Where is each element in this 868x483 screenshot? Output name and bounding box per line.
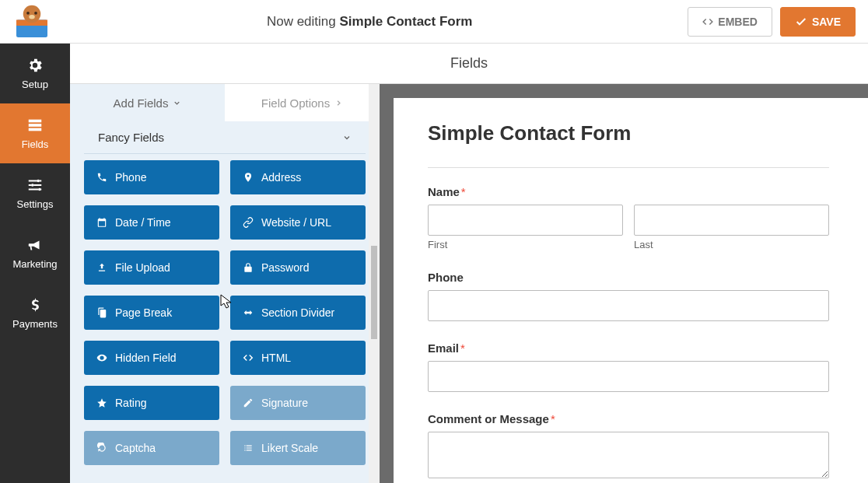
field-type-likert-scale[interactable]: Likert Scale [230,431,366,465]
top-bar: Now editing Simple Contact Form EMBED SA… [0,0,868,44]
logo [12,6,51,37]
field-type-rating[interactable]: Rating [84,386,219,420]
svg-point-4 [34,11,37,14]
fields-panel: Add Fields Field Options Fancy Fields Ph… [70,84,380,483]
embed-button[interactable]: EMBED [688,7,772,37]
form-preview: Simple Contact Form Name* First Last [380,84,868,483]
nav-setup[interactable]: Setup [0,44,70,103]
main: Fields Add Fields Field Options Fancy Fi… [70,44,868,483]
left-nav: Setup Fields Settings Marketing Payments [0,44,70,483]
field-type-file-upload[interactable]: File Upload [84,250,219,285]
field-name[interactable]: Name* First Last [428,185,829,250]
star-icon [96,397,107,408]
nav-payments[interactable]: Payments [0,283,70,343]
copy-icon [96,307,107,318]
panel-scrollbar[interactable] [369,84,380,483]
field-type-page-break[interactable]: Page Break [84,296,219,330]
calendar-icon [96,217,107,228]
svg-point-9 [37,180,40,183]
svg-rect-7 [29,124,42,127]
tab-add-fields[interactable]: Add Fields [70,84,225,121]
nav-marketing[interactable]: Marketing [0,223,70,283]
save-button[interactable]: SAVE [780,7,856,37]
input-comment[interactable] [428,432,829,478]
field-type-hidden-field[interactable]: Hidden Field [84,341,219,375]
list-icon [243,443,254,453]
field-type-section-divider[interactable]: Section Divider [230,296,366,330]
upload-icon [96,262,107,273]
svg-point-2 [23,5,41,23]
link-icon [243,217,254,228]
field-phone[interactable]: Phone [428,271,829,321]
tab-field-options[interactable]: Field Options [225,84,380,121]
svg-point-10 [31,184,34,187]
field-type-website-url[interactable]: Website / URL [230,205,366,240]
field-type-date-time[interactable]: Date / Time [84,205,219,240]
input-last-name[interactable] [634,205,829,236]
section-title: Fields [70,44,868,84]
svg-rect-8 [29,128,42,131]
nav-settings[interactable]: Settings [0,163,70,223]
nav-fields[interactable]: Fields [0,103,70,163]
field-comment[interactable]: Comment or Message* [428,412,829,481]
svg-point-5 [29,15,35,19]
field-type-captcha[interactable]: Captcha [84,431,219,465]
code-icon [243,352,254,363]
svg-point-11 [38,188,41,191]
svg-point-3 [26,11,30,14]
svg-rect-6 [29,120,42,123]
lock-icon [243,262,254,273]
field-type-address[interactable]: Address [230,160,366,194]
accordion-fancy-fields[interactable]: Fancy Fields [84,121,366,154]
field-email[interactable]: Email* [428,341,829,392]
pin-icon [243,172,254,183]
refresh-icon [96,443,107,453]
field-type-phone[interactable]: Phone [84,160,219,194]
form-title: Simple Contact Form [428,121,829,145]
field-type-signature[interactable]: Signature [230,386,366,420]
arrows-icon [243,307,254,318]
input-phone[interactable] [428,290,829,321]
field-type-html[interactable]: HTML [230,341,366,375]
phone-icon [96,172,107,183]
field-type-password[interactable]: Password [230,250,366,285]
pencil-icon [243,397,254,408]
page-title: Now editing Simple Contact Form [51,14,688,30]
eye-icon [96,352,107,363]
input-email[interactable] [428,361,829,392]
input-first-name[interactable] [428,205,623,236]
